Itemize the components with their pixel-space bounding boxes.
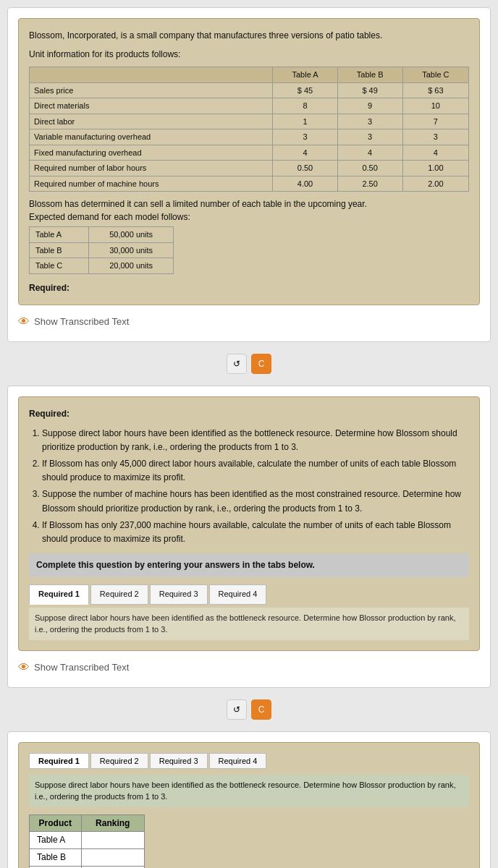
ranking-input-cell[interactable] (81, 831, 144, 848)
suppose-text-3: Suppose direct labor hours have been ide… (29, 775, 469, 807)
transcribed-text-1: Show Transcribed Text (34, 316, 129, 327)
table-row: 2.50 (337, 176, 402, 192)
ranking-input[interactable] (89, 835, 132, 846)
table-row: 3 (337, 129, 402, 145)
table-row: 3 (402, 129, 468, 145)
tabs-row-2: Required 1 Required 2 Required 3 Require… (29, 584, 469, 605)
table-row: 3 (273, 129, 337, 145)
required-item-2: If Blossom has only 45,000 direct labor … (42, 457, 469, 485)
ranking-table: Product Ranking Table ATable BTable C (29, 814, 145, 868)
tabs-row-3: Required 1 Required 2 Required 3 Require… (29, 753, 469, 769)
table-row: $ 49 (337, 82, 402, 98)
refresh-button-1[interactable]: C (251, 354, 271, 374)
table-row: 1 (273, 114, 337, 129)
ranking-input[interactable] (89, 852, 132, 863)
transcribed-link-1[interactable]: 👁 Show Transcribed Text (18, 312, 480, 331)
table-row: $ 63 (402, 82, 468, 98)
complete-box: Complete this question by entering your … (29, 553, 469, 577)
unit-info-table: Table A Table B Table C Sales price$ 45$… (29, 67, 469, 192)
table-row: Table A (30, 227, 89, 243)
eye-icon-2: 👁 (18, 661, 30, 674)
table-row: Table C (30, 258, 89, 274)
col-header-tableA: Table A (273, 67, 337, 83)
table-row: 3 (337, 114, 402, 129)
table-row: 30,000 units (89, 242, 174, 258)
tab3-required3[interactable]: Required 3 (150, 753, 208, 769)
required-item-4: If Blossom has only 237,000 machine hour… (42, 519, 469, 546)
section1-card: Blossom, Incorporated, is a small compan… (7, 7, 491, 342)
table-row: 50,000 units (89, 227, 174, 243)
transcribed-link-2[interactable]: 👁 Show Transcribed Text (18, 658, 480, 677)
table-row: 20,000 units (89, 258, 174, 274)
col-header-tableC: Table C (402, 67, 468, 83)
section3-image: Required 1 Required 2 Required 3 Require… (18, 742, 480, 868)
table-row: 4.00 (273, 176, 337, 192)
ranking-product-cell: Table B (30, 848, 82, 866)
ranking-col-product: Product (30, 814, 82, 831)
table-row: $ 45 (273, 82, 337, 98)
ranking-product-cell: Table A (30, 831, 82, 848)
undo-button-1[interactable]: ↺ (227, 354, 247, 374)
required-label-1: Required: (29, 281, 469, 294)
limited-text: Blossom has determined it can sell a lim… (29, 197, 469, 210)
table-row: Fixed manufacturing overhead (30, 145, 273, 161)
table-row: Table B (30, 242, 89, 258)
table-row: Required number of machine hours (30, 176, 273, 192)
required-item-3: Suppose the number of machine hours has … (42, 488, 469, 515)
refresh-button-2[interactable]: C (251, 699, 271, 720)
table-row: 8 (273, 98, 337, 114)
required-item-1: Suppose direct labor hours have been ide… (42, 427, 469, 454)
table-row: 7 (402, 114, 468, 129)
intro-text: Blossom, Incorporated, is a small compan… (29, 29, 469, 42)
tab-required3[interactable]: Required 3 (150, 584, 208, 605)
required-items-list: Suppose direct labor hours have been ide… (29, 427, 469, 547)
section3-card: Required 1 Required 2 Required 3 Require… (7, 731, 491, 868)
ranking-col-ranking: Ranking (81, 814, 144, 831)
table-row: Sales price (30, 82, 273, 98)
table-row: 4 (402, 145, 468, 161)
col-header-tableB: Table B (337, 67, 402, 83)
section1-image: Blossom, Incorporated, is a small compan… (18, 18, 480, 305)
button-row-1: ↺ C (7, 354, 491, 374)
truncated-text-2: Suppose direct labor hours have been ide… (29, 608, 469, 640)
transcribed-text-2: Show Transcribed Text (34, 662, 129, 673)
table-row: Direct labor (30, 114, 273, 129)
table-row: 0.50 (273, 161, 337, 176)
expected-demand-text: Expected demand for each model follows: (29, 210, 469, 224)
section2-card: Required: Suppose direct labor hours hav… (7, 386, 491, 688)
eye-icon-1: 👁 (18, 315, 30, 328)
table-row: Direct materials (30, 98, 273, 114)
table-row: 9 (337, 98, 402, 114)
table-row: Variable manufacturing overhead (30, 129, 273, 145)
button-row-2: ↺ C (7, 699, 491, 720)
table-row: 2.00 (402, 176, 468, 192)
table-row: 4 (337, 145, 402, 161)
table-row: 0.50 (337, 161, 402, 176)
undo-button-2[interactable]: ↺ (227, 699, 247, 720)
tab3-required1[interactable]: Required 1 (29, 753, 89, 769)
ranking-input-cell[interactable] (81, 848, 144, 866)
unit-info-text: Unit information for its products follow… (29, 48, 469, 61)
demand-table: Table A50,000 unitsTable B30,000 unitsTa… (29, 226, 174, 274)
tab3-required4[interactable]: Required 4 (209, 753, 267, 769)
tab3-required2[interactable]: Required 2 (90, 753, 148, 769)
table-row: Required number of labor hours (30, 161, 273, 176)
tab-required1[interactable]: Required 1 (29, 584, 89, 605)
tab-required4[interactable]: Required 4 (209, 584, 267, 605)
page-wrapper: Blossom, Incorporated, is a small compan… (0, 0, 498, 868)
table-row: 1.00 (402, 161, 468, 176)
table-row: 4 (273, 145, 337, 161)
required-label-2: Required: (29, 407, 469, 421)
tab-required2[interactable]: Required 2 (90, 584, 148, 605)
table-row: 10 (402, 98, 468, 114)
col-header-empty (30, 67, 273, 83)
section2-image: Required: Suppose direct labor hours hav… (18, 396, 480, 651)
